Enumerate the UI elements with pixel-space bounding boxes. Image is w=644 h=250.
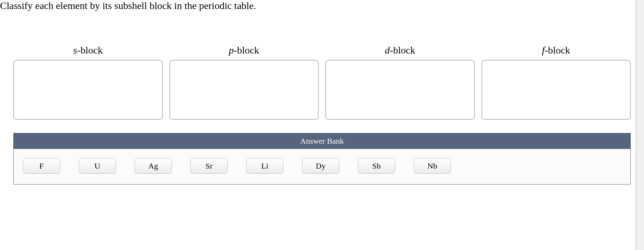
- category-p-block: p-block: [169, 45, 319, 120]
- answer-chip-Li[interactable]: Li: [246, 158, 283, 174]
- drop-zone-f-block[interactable]: [482, 60, 631, 120]
- category-prefix: f: [542, 45, 545, 56]
- category-f-block: f-block: [482, 45, 631, 120]
- answer-chip-F[interactable]: F: [23, 158, 60, 174]
- answer-chip-U[interactable]: U: [79, 158, 116, 174]
- answer-bank-items: F U Ag Sr Li Dy Sb Nb: [14, 149, 630, 184]
- category-suffix: -block: [390, 45, 415, 56]
- category-label-s: s-block: [73, 45, 103, 56]
- category-suffix: -block: [545, 45, 570, 56]
- category-label-f: f-block: [542, 45, 570, 56]
- categories-row: s-block p-block d-block f-block: [0, 11, 644, 120]
- category-prefix: s: [73, 45, 77, 56]
- answer-chip-Dy[interactable]: Dy: [302, 158, 339, 174]
- category-prefix: p: [229, 45, 234, 56]
- drop-zone-p-block[interactable]: [169, 60, 319, 120]
- category-suffix: -block: [234, 45, 259, 56]
- category-s-block: s-block: [13, 45, 163, 120]
- answer-chip-Sr[interactable]: Sr: [190, 158, 228, 174]
- category-suffix: -block: [77, 45, 103, 56]
- category-d-block: d-block: [325, 45, 475, 120]
- question-prompt: Classify each element by its subshell bl…: [0, 0, 644, 11]
- drop-zone-d-block[interactable]: [325, 60, 475, 120]
- answer-chip-Ag[interactable]: Ag: [135, 158, 172, 174]
- category-label-p: p-block: [229, 45, 259, 56]
- answer-bank-title: Answer Bank: [14, 133, 630, 149]
- drop-zone-s-block[interactable]: [13, 60, 163, 120]
- category-label-d: d-block: [385, 45, 415, 56]
- answer-chip-Sb[interactable]: Sb: [358, 158, 395, 174]
- answer-bank: Answer Bank F U Ag Sr Li Dy Sb Nb: [13, 133, 631, 185]
- scrollbar-track[interactable]: [637, 0, 644, 250]
- category-prefix: d: [385, 45, 390, 56]
- answer-chip-Nb[interactable]: Nb: [414, 158, 451, 174]
